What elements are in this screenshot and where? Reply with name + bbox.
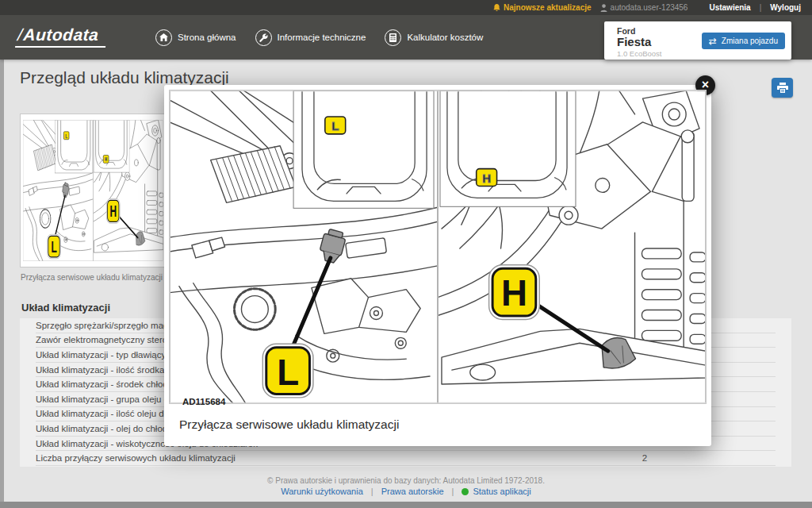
image-code: AD115684 bbox=[182, 397, 225, 406]
terms-link[interactable]: Warunki użytkowania bbox=[281, 487, 363, 496]
ac-service-ports-diagram: AD115684 bbox=[169, 90, 707, 404]
spec-table-heading: Układ klimatyzacji bbox=[21, 302, 110, 314]
ac-service-ports-thumbnail-image bbox=[23, 120, 163, 261]
footer-links: Warunki użytkowania | Prawa autorskie | … bbox=[0, 487, 812, 496]
calculator-icon bbox=[385, 29, 401, 46]
bell-icon bbox=[493, 4, 500, 12]
vehicle-card: Ford Fiesta 1.0 EcoBoost ⇄ Zmiana pojazd… bbox=[604, 21, 791, 60]
topbar-separator: | bbox=[760, 3, 762, 12]
window-edge-bottom bbox=[0, 502, 812, 508]
swap-arrows-icon: ⇄ bbox=[709, 37, 717, 46]
printer-icon bbox=[777, 83, 788, 93]
vehicle-model: Fiesta bbox=[617, 35, 651, 48]
footer-separator: | bbox=[371, 487, 373, 496]
change-vehicle-button[interactable]: ⇄ Zmiana pojazdu bbox=[702, 33, 785, 49]
wrench-icon bbox=[255, 29, 272, 46]
logout-link[interactable]: Wyloguj bbox=[770, 3, 801, 12]
latest-updates-link[interactable]: Najnowsze aktualizacje bbox=[493, 3, 592, 12]
copyright-text: © Prawa autorskie i uprawnienia do bazy … bbox=[0, 476, 812, 485]
diagram-thumbnail[interactable] bbox=[20, 114, 167, 267]
home-icon bbox=[155, 29, 172, 46]
thumbnail-caption: Przyłącza serwisowe układu klimatyzacji bbox=[21, 273, 163, 282]
modal-caption: Przyłącza serwisowe układu klimatyzacji bbox=[179, 418, 399, 432]
engine-bay-line-art bbox=[170, 90, 706, 403]
spec-label: Liczba przyłączy serwisowych układu klim… bbox=[36, 453, 236, 463]
diagram-modal: × AD115684 Przyłącza serwisowe układu kl… bbox=[164, 85, 711, 446]
main-nav: Strona główna Informacje techniczne Kalk… bbox=[155, 15, 483, 60]
table-row[interactable]: Liczba przyłączy serwisowych układu klim… bbox=[36, 451, 776, 466]
spec-label: Układ klimatyzacji - typ dławiący bbox=[36, 350, 166, 360]
app-status-link[interactable]: Status aplikacji bbox=[462, 487, 530, 496]
settings-link[interactable]: Ustawienia bbox=[709, 3, 750, 12]
window-edge-left bbox=[0, 60, 4, 502]
status-green-dot bbox=[462, 488, 469, 495]
user-account[interactable]: autodata.user-123456 bbox=[600, 3, 688, 12]
print-button[interactable] bbox=[772, 78, 793, 98]
vehicle-engine: 1.0 EcoBoost bbox=[617, 49, 662, 58]
nav-item-cost-calculator[interactable]: Kalkulator kosztów bbox=[385, 29, 483, 46]
nav-item-technical-info[interactable]: Informacje techniczne bbox=[255, 29, 366, 46]
nav-item-home[interactable]: Strona główna bbox=[155, 29, 236, 46]
user-icon bbox=[600, 4, 607, 12]
spec-value: 2 bbox=[514, 453, 776, 463]
footer-separator: | bbox=[452, 487, 454, 496]
copyright-link[interactable]: Prawa autorskie bbox=[381, 487, 444, 496]
top-utility-bar: Najnowsze aktualizacje autodata.user-123… bbox=[0, 0, 812, 15]
autodata-logo[interactable]: /Autodata bbox=[15, 25, 107, 48]
